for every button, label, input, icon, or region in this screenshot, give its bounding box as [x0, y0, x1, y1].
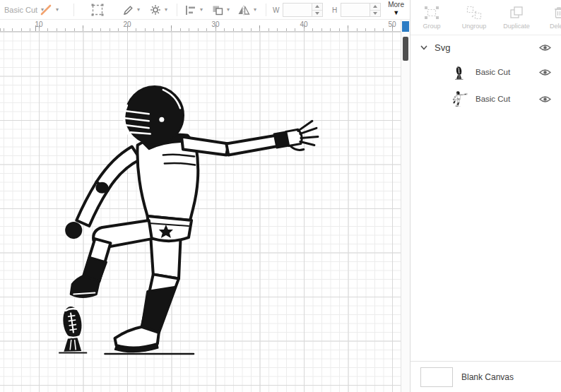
triangle-down-icon	[373, 12, 377, 15]
design-canvas[interactable]	[0, 32, 401, 392]
toolbar-separator	[266, 4, 266, 16]
flip-dropdown[interactable]: ▾	[237, 0, 256, 20]
chevron-down-icon: ▾	[227, 7, 230, 13]
edit-tool-dropdown[interactable]: ▾	[123, 0, 140, 20]
more-button[interactable]: More ▼	[388, 0, 404, 20]
layer-label: Basic Cut	[476, 68, 510, 76]
width-control: W	[273, 0, 323, 20]
eye-icon	[539, 44, 551, 52]
football-on-tee-artwork[interactable]	[57, 302, 90, 355]
canvas-vertical-scrollbar[interactable]	[401, 20, 410, 392]
duplicate-label: Duplicate	[503, 23, 530, 30]
canvas-color-swatch[interactable]	[420, 367, 453, 387]
layer-actions-bar: Group Ungroup Duplicate	[411, 0, 561, 35]
width-step-down-button[interactable]	[312, 10, 322, 17]
more-label: More	[388, 1, 404, 8]
toolbar-separator	[73, 4, 74, 16]
flip-icon	[237, 5, 250, 16]
chevron-down-icon: ▾	[165, 7, 167, 13]
pen-icon	[123, 5, 134, 16]
group-button[interactable]: Group	[411, 0, 453, 35]
blank-canvas-row[interactable]: Blank Canvas	[411, 361, 561, 392]
height-control: H	[332, 0, 381, 20]
width-stepper	[312, 3, 323, 17]
design-app: Basic Cut ▾ ▾	[0, 0, 561, 392]
layers-panel: Group Ungroup Duplicate	[410, 0, 561, 392]
height-step-up-button[interactable]	[370, 4, 380, 10]
delete-button[interactable]: Delete	[538, 0, 561, 35]
width-label: W	[273, 6, 279, 14]
duplicate-button[interactable]: Duplicate	[495, 0, 538, 35]
height-stepper	[370, 3, 381, 17]
chevron-down-icon[interactable]	[420, 45, 427, 50]
chevron-down-icon: ▾	[137, 7, 140, 13]
visibility-toggle[interactable]	[539, 44, 551, 52]
scrollbar-top-button[interactable]	[402, 21, 409, 32]
trash-icon	[551, 6, 561, 20]
arrange-dropdown[interactable]: ▾	[212, 0, 230, 20]
triangle-up-icon	[315, 5, 319, 8]
eye-icon	[539, 95, 551, 103]
ungroup-label: Ungroup	[462, 23, 487, 30]
scrollbar-thumb[interactable]	[403, 37, 408, 61]
ungroup-button[interactable]: Ungroup	[453, 0, 495, 35]
chevron-down-icon: ▾	[254, 7, 256, 13]
group-name: Svg	[435, 42, 450, 53]
visibility-toggle[interactable]	[539, 69, 551, 76]
layer-row-player[interactable]: Basic Cut	[411, 86, 561, 112]
linetype-dropdown[interactable]: Basic Cut ▾	[4, 0, 44, 20]
caret-down-icon: ▼	[393, 10, 399, 16]
player-icon	[450, 91, 468, 107]
eye-icon	[539, 69, 551, 76]
gear-icon	[150, 4, 161, 16]
width-step-up-button[interactable]	[312, 4, 322, 10]
triangle-down-icon	[315, 12, 319, 15]
marquee-select-icon	[90, 3, 105, 17]
align-dropdown[interactable]: ▾	[185, 0, 203, 20]
line-color-icon	[40, 4, 52, 16]
height-step-down-button[interactable]	[370, 10, 380, 17]
chevron-down-icon: ▾	[200, 7, 203, 13]
settings-dropdown[interactable]: ▾	[150, 0, 167, 20]
layer-row-football[interactable]: Basic Cut	[411, 59, 561, 85]
triangle-up-icon	[373, 5, 377, 8]
duplicate-icon	[509, 6, 524, 20]
align-icon	[185, 5, 196, 16]
group-icon	[424, 6, 439, 20]
edit-toolbar: Basic Cut ▾ ▾	[0, 0, 410, 20]
visibility-toggle[interactable]	[539, 95, 551, 103]
football-icon	[450, 65, 468, 80]
blank-canvas-label: Blank Canvas	[461, 372, 514, 382]
height-label: H	[332, 6, 337, 14]
group-label: Group	[423, 23, 440, 30]
height-input[interactable]	[341, 3, 370, 17]
width-input[interactable]	[283, 3, 312, 17]
ungroup-icon	[466, 6, 482, 20]
chevron-down-icon: ▾	[56, 7, 59, 13]
horizontal-ruler: 10 20 30 40 50	[0, 20, 401, 32]
layer-group-svg[interactable]: Svg	[411, 38, 561, 57]
delete-label: Delete	[550, 23, 561, 30]
ruler-minor-ticks	[0, 28, 401, 31]
toolbar-separator	[177, 4, 177, 16]
arrange-layers-icon	[212, 5, 223, 16]
linetype-color-button[interactable]: ▾	[40, 0, 59, 20]
canvas-column: Basic Cut ▾ ▾	[0, 0, 410, 392]
layer-label: Basic Cut	[476, 95, 510, 103]
linetype-label: Basic Cut	[4, 6, 37, 14]
select-tool-button[interactable]	[90, 0, 105, 20]
